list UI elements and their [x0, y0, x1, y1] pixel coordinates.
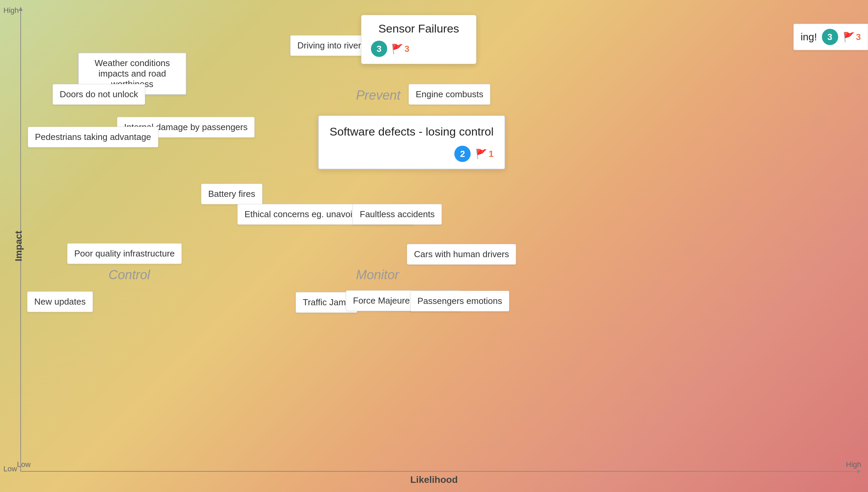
x-axis-arrow [857, 469, 861, 473]
software-defects-actions: 2 🚩 1 [330, 146, 494, 162]
risk-card-poor-infra[interactable]: Poor quality infrastructure [67, 243, 182, 264]
partial-flag: 🚩 3 [843, 32, 861, 43]
software-defects-flag: 🚩 1 [475, 148, 493, 160]
risk-card-pedestrians[interactable]: Pedestrians taking advantage [28, 127, 158, 147]
software-defects-title: Software defects - losing control [330, 124, 494, 139]
sensor-failures-badge: 3 [371, 41, 387, 57]
risk-card-software-defects[interactable]: Software defects - losing control 2 🚩 1 [318, 115, 505, 169]
risk-card-sensor-failures[interactable]: Sensor Failures 3 🚩 3 [361, 15, 476, 64]
sensor-failures-flag: 🚩 3 [391, 43, 409, 55]
risk-card-partial-right[interactable]: ing! 3 🚩 3 [793, 24, 868, 50]
quadrant-prevent: Prevent [356, 88, 400, 103]
x-high-label: High [846, 460, 861, 469]
risk-card-faultless[interactable]: Faultless accidents [353, 204, 442, 225]
risk-card-driving-rivers[interactable]: Driving into rivers [290, 35, 373, 56]
y-axis-arrow [19, 7, 23, 11]
sensor-failures-title: Sensor Failures [371, 22, 467, 35]
quadrant-control: Control [108, 268, 150, 282]
risk-card-battery-fires[interactable]: Battery fires [201, 184, 262, 204]
y-high-label: High [3, 6, 19, 15]
risk-card-engine-combusts[interactable]: Engine combusts [409, 84, 490, 105]
sensor-failures-actions: 3 🚩 3 [371, 41, 467, 57]
partial-badge: 3 [822, 29, 838, 45]
risk-card-doors[interactable]: Doors do not unlock [53, 84, 145, 105]
flag-icon: 🚩 [391, 43, 403, 55]
quadrant-monitor: Monitor [356, 268, 399, 282]
x-low-label: Low [17, 460, 31, 469]
x-axis-label: Likelihood [410, 474, 458, 485]
risk-card-cars-human[interactable]: Cars with human drivers [407, 244, 516, 265]
x-axis [20, 471, 858, 472]
y-axis-label: Impact [13, 231, 24, 261]
risk-card-new-updates[interactable]: New updates [27, 291, 93, 312]
risk-card-passengers-emotions[interactable]: Passengers emotions [410, 291, 509, 311]
flag-icon-partial: 🚩 [843, 32, 855, 43]
y-low-label: Low [3, 465, 17, 473]
risk-matrix-chart: Likelihood Impact Low High Low High Dete… [0, 0, 868, 492]
partial-card-label: ing! [801, 31, 817, 43]
flag-icon-software: 🚩 [475, 148, 487, 160]
software-defects-badge: 2 [454, 146, 471, 162]
